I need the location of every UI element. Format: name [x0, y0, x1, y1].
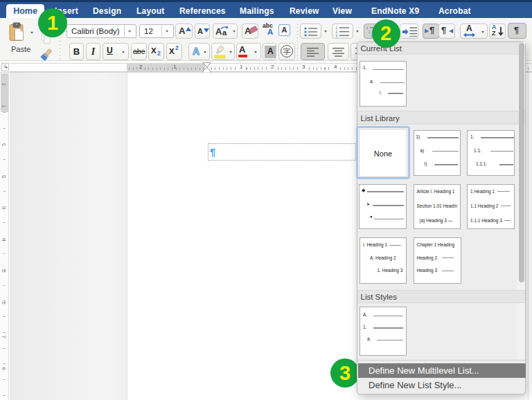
- svg-text:1: 1: [366, 26, 369, 30]
- svg-text:3: 3: [336, 35, 338, 37]
- svg-text:1: 1: [336, 26, 338, 30]
- svg-text:2: 2: [369, 30, 371, 34]
- svg-text:A: A: [193, 46, 200, 57]
- svg-text:2: 2: [336, 30, 338, 34]
